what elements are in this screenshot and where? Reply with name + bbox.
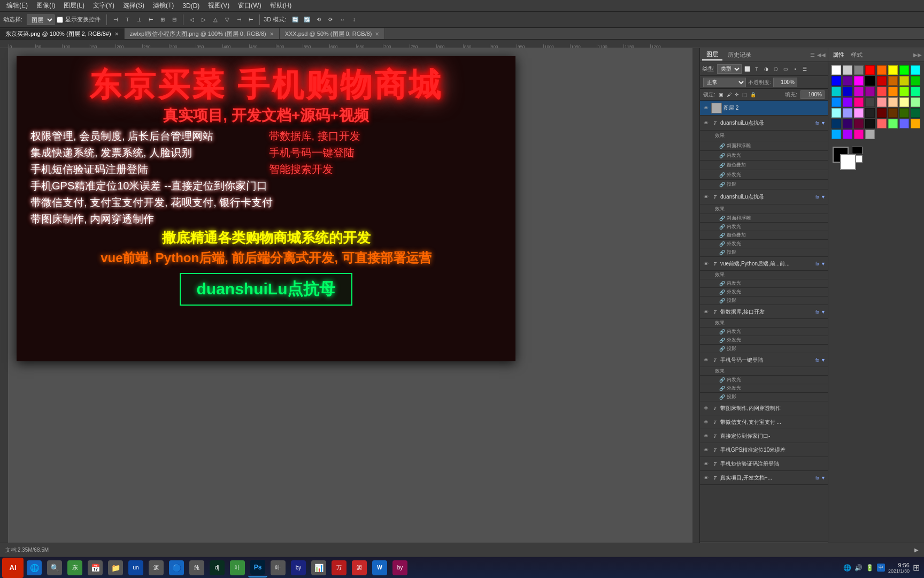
3d-icon1[interactable]: 🔄: [290, 15, 300, 25]
props-tab-style[interactable]: 样式: [849, 50, 865, 60]
gps-eye[interactable]: 👁: [702, 432, 710, 440]
taskbar-leaf2[interactable]: 叶: [268, 558, 288, 577]
swatch-t8[interactable]: [865, 108, 875, 118]
taskbar-search[interactable]: 🔍: [45, 558, 64, 577]
3d-icon2[interactable]: 🔃: [302, 15, 312, 25]
kind-all-icon[interactable]: ⬜: [743, 65, 751, 73]
layer-item-layer2[interactable]: 👁 图层 2: [700, 101, 828, 116]
taskbar-un[interactable]: un: [126, 558, 145, 577]
menu-layer[interactable]: 图层(L): [59, 1, 89, 10]
tab-2[interactable]: XXX.psd @ 50% (图层 0, RGB/8) ✕: [280, 28, 386, 39]
taskbar-files[interactable]: 📁: [106, 558, 125, 577]
tab-0[interactable]: 东京买菜.png @ 100% (图层 2, RGB/8#) ✕: [0, 28, 125, 39]
sms-eye[interactable]: 👁: [702, 460, 710, 468]
menu-filter[interactable]: 滤镜(T): [149, 1, 178, 10]
vue-fx[interactable]: fx: [815, 261, 819, 267]
real-expand[interactable]: ▼: [821, 475, 826, 481]
tab-1-close[interactable]: ✕: [270, 31, 274, 37]
wechat-eye[interactable]: 👁: [702, 419, 710, 426]
swatch-t2[interactable]: [888, 97, 898, 107]
taskbar-leaf[interactable]: 叶: [228, 558, 247, 577]
move-mode-select[interactable]: 图层: [27, 14, 55, 25]
swatch-s8[interactable]: [865, 97, 875, 107]
swatch-white[interactable]: [831, 65, 841, 75]
lock-artboard-icon[interactable]: ⬚: [742, 92, 747, 97]
vue-eye[interactable]: 👁: [702, 260, 710, 268]
align-hcenter[interactable]: ⊞: [158, 15, 167, 25]
layer-item-phone[interactable]: 👁 T 手机号码一键登陆 fx ▼: [700, 353, 828, 367]
taskbar-chart[interactable]: 📊: [309, 558, 328, 577]
swatch-black[interactable]: [865, 76, 875, 86]
swatch-t1[interactable]: [877, 97, 887, 107]
swatch-t4[interactable]: [911, 97, 920, 107]
layer2-eye[interactable]: 👁: [702, 104, 710, 112]
db-expand[interactable]: ▼: [821, 309, 826, 315]
canvas-area[interactable]: 东京买菜 手机购物商城 真实项目, 开发文档+源码+视频 权限管理, 会员制度,…: [0, 48, 699, 557]
phone-expand[interactable]: ▼: [821, 358, 826, 363]
swatch-orange[interactable]: [877, 65, 887, 75]
show-controls-checkbox[interactable]: [57, 17, 63, 23]
vertical-scrollbar[interactable]: [692, 48, 699, 549]
taskbar-browser[interactable]: 🌐: [25, 558, 44, 577]
tab-1[interactable]: zwlxpf微信小程序大图.png @ 100% (图层 0, RGB/8) ✕: [125, 28, 280, 39]
dsl1-expand[interactable]: ▼: [821, 120, 826, 126]
swatch-r7[interactable]: [854, 87, 864, 96]
swatch-r2[interactable]: [888, 76, 898, 86]
layers-tab[interactable]: 图层: [702, 49, 722, 60]
menu-edit[interactable]: 编辑(E): [2, 1, 32, 10]
swatch-t6[interactable]: [843, 108, 852, 118]
taskbar-calendar[interactable]: 📅: [86, 558, 105, 577]
real-fx[interactable]: fx: [815, 475, 819, 481]
menu-window[interactable]: 窗口(W): [234, 1, 265, 10]
3d-icon5[interactable]: ↔: [337, 15, 347, 25]
layer-item-dsl2[interactable]: 👁 T duanshuiLu点抗母 fx ▼: [700, 189, 828, 204]
fill-input[interactable]: [800, 90, 825, 99]
swatch-v8[interactable]: [865, 130, 875, 139]
tray-lang-icon[interactable]: 中: [877, 564, 885, 572]
swatch-r3[interactable]: [899, 76, 909, 86]
taskbar-word[interactable]: W: [370, 558, 389, 577]
kind-smart-icon[interactable]: ⬡: [772, 65, 780, 73]
swatch-gray[interactable]: [854, 65, 864, 75]
real-eye[interactable]: 👁: [702, 474, 710, 482]
swatch-u7[interactable]: [854, 119, 864, 128]
foreground-color[interactable]: [833, 147, 849, 163]
layer-item-vue[interactable]: 👁 T vue前端,Python后端,前...前... fx ▼: [700, 257, 828, 271]
fg-swatch[interactable]: [852, 147, 863, 154]
background-color[interactable]: [840, 154, 856, 170]
swatch-v5[interactable]: [831, 130, 841, 139]
swatch-r4[interactable]: [911, 76, 920, 86]
3d-icon4[interactable]: ⟳: [326, 15, 335, 25]
dsl2-fx[interactable]: fx: [815, 194, 819, 200]
layer-item-sms[interactable]: 👁 T 手机短信验证码注册登陆: [700, 457, 828, 471]
taskbar-pure[interactable]: 纯: [187, 558, 206, 577]
layer-item-imgbed[interactable]: 👁 T 带图床制作,内网穿透制作: [700, 401, 828, 415]
menu-help[interactable]: 帮助(H): [266, 1, 296, 10]
layer-item-gps[interactable]: 👁 T 直接定位到你家门口-: [700, 429, 828, 443]
swatch-s1[interactable]: [877, 87, 887, 96]
align-right[interactable]: ⊟: [170, 15, 179, 25]
history-tab[interactable]: 历史记录: [723, 50, 756, 60]
taskbar-dj[interactable]: dj: [207, 558, 227, 577]
taskbar-app1[interactable]: 东: [65, 558, 84, 577]
phone-fx[interactable]: fx: [815, 358, 819, 363]
swatch-s5[interactable]: [831, 97, 841, 107]
swatch-pink[interactable]: [854, 76, 864, 86]
swatch-green[interactable]: [899, 65, 909, 75]
dist-top[interactable]: ▽: [222, 15, 232, 25]
swatch-v7[interactable]: [854, 130, 864, 139]
dsl2-eye[interactable]: 👁: [702, 193, 710, 201]
swatch-u1[interactable]: [877, 108, 887, 118]
swatch-ltgray[interactable]: [843, 65, 852, 75]
kind-text-icon[interactable]: T: [752, 65, 761, 73]
db-fx[interactable]: fx: [815, 309, 819, 315]
tray-network-icon[interactable]: 🌐: [843, 564, 851, 572]
swatch-cyan[interactable]: [911, 65, 920, 75]
swatch-v2[interactable]: [888, 119, 898, 128]
swatch-t7[interactable]: [854, 108, 864, 118]
taskbar-wan[interactable]: 万: [329, 558, 349, 577]
swatch-red[interactable]: [865, 65, 875, 75]
dist-hcenter[interactable]: ▷: [199, 15, 209, 25]
dist-bottom[interactable]: ⊢: [246, 15, 256, 25]
align-left[interactable]: ⊢: [146, 15, 156, 25]
